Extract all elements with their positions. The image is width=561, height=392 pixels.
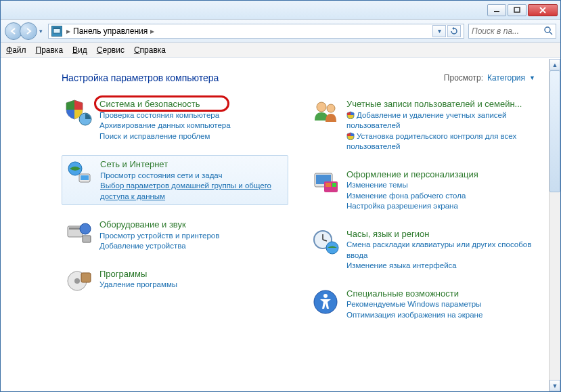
link-wallpaper[interactable]: Изменение фона рабочего стола [346, 191, 533, 202]
category-columns: Система и безопасность Проверка состояни… [62, 95, 535, 323]
menu-edit[interactable]: Правка [36, 45, 64, 55]
window: { "titlebar": { "minimize": "–", "maximi… [0, 0, 561, 392]
address-dropdown[interactable]: ▾ [432, 25, 446, 37]
menu-view[interactable]: Вид [72, 45, 87, 55]
search-placeholder: Поиск в па... [472, 26, 519, 36]
menu-file[interactable]: Файл [6, 45, 26, 55]
link-appearance[interactable]: Оформление и персонализация [346, 169, 478, 179]
svg-point-19 [317, 102, 326, 112]
link-recommended[interactable]: Рекомендуемые Windows параметры [346, 299, 533, 310]
refresh-button[interactable] [447, 25, 461, 37]
svg-rect-1 [514, 7, 520, 12]
link-parental[interactable]: Установка родительского контроля для все… [346, 131, 533, 152]
link-theme[interactable]: Изменение темы [346, 180, 533, 191]
svg-point-31 [323, 294, 328, 298]
chevron-down-icon: ▼ [529, 74, 535, 81]
link-uninstall[interactable]: Удаление программы [99, 280, 286, 290]
maximize-button[interactable] [508, 4, 526, 16]
link-add-device[interactable]: Добавление устройства [99, 241, 286, 252]
address-right-controls: ▾ [432, 25, 461, 37]
svg-point-14 [80, 223, 91, 234]
vertical-scrollbar[interactable]: ▲ ▼ [549, 59, 560, 391]
svg-rect-25 [332, 183, 336, 187]
view-value: Категория [487, 73, 525, 83]
link-display-lang[interactable]: Изменение языка интерфейса [346, 261, 533, 271]
accessibility-icon [311, 288, 340, 316]
menu-help[interactable]: Справка [134, 45, 166, 55]
link-programs[interactable]: Программы [99, 269, 147, 279]
right-column: Учетные записи пользователей и семейн...… [309, 95, 535, 323]
link-clock[interactable]: Часы, язык и регион [346, 229, 429, 239]
view-label: Просмотр: [444, 73, 483, 83]
breadcrumb-sep: ▸ [66, 26, 70, 36]
menu-bar: Файл Правка Вид Сервис Справка [1, 43, 560, 58]
svg-line-7 [549, 32, 552, 35]
content: Настройка параметров компьютера Просмотр… [1, 59, 549, 391]
search-icon [543, 26, 553, 37]
minimize-button[interactable] [487, 4, 506, 16]
menu-service[interactable]: Сервис [97, 45, 125, 55]
link-optimize-display[interactable]: Оптимизация изображения на экране [346, 310, 533, 321]
network-icon [65, 158, 93, 187]
svg-rect-15 [83, 236, 91, 242]
breadcrumb-root[interactable]: Панель управления [73, 26, 148, 36]
link-troubleshoot[interactable]: Поиск и исправление проблем [99, 131, 286, 142]
titlebar [1, 1, 560, 20]
link-keyboard-layout[interactable]: Смена раскладки клавиатуры или других сп… [346, 240, 533, 261]
category-programs: Программы Удаление программы [62, 265, 288, 299]
scroll-down-button[interactable]: ▼ [549, 380, 560, 391]
link-users[interactable]: Учетные записи пользователей и семейн... [346, 99, 522, 109]
category-appearance: Оформление и персонализация Изменение те… [309, 166, 535, 215]
link-network[interactable]: Сеть и Интернет [100, 159, 168, 169]
control-panel-icon [51, 26, 62, 37]
category-hardware: Оборудование и звук Просмотр устройств и… [62, 216, 288, 255]
svg-rect-11 [81, 175, 89, 180]
nav-buttons: ▾ [5, 22, 44, 40]
content-header: Настройка параметров компьютера Просмотр… [62, 72, 535, 83]
link-access[interactable]: Специальные возможности [346, 288, 459, 299]
nav-row: ▾ ▸ Панель управления ▸ ▾ Поиск в па... [1, 20, 560, 43]
system-security-icon [64, 98, 93, 127]
svg-rect-24 [326, 183, 331, 187]
address-bar[interactable]: ▸ Панель управления ▸ ▾ [48, 24, 464, 39]
link-hardware[interactable]: Оборудование и звук [99, 219, 186, 230]
search-input[interactable]: Поиск в па... [468, 24, 556, 39]
close-button[interactable] [528, 4, 558, 16]
link-resolution[interactable]: Настройка разрешения экрана [346, 201, 533, 212]
link-add-remove-accounts[interactable]: Добавление и удаление учетных записей по… [346, 110, 533, 131]
breadcrumb-sep[interactable]: ▸ [150, 26, 154, 36]
scroll-up-button[interactable]: ▲ [549, 59, 560, 70]
page-title: Настройка параметров компьютера [62, 72, 219, 83]
category-network: Сеть и Интернет Просмотр состояния сети … [62, 155, 288, 205]
nav-history-dropdown[interactable]: ▾ [37, 22, 44, 40]
content-wrapper: Настройка параметров компьютера Просмотр… [1, 59, 560, 391]
shield-icon [346, 111, 355, 119]
category-access: Специальные возможности Рекомендуемые Wi… [309, 285, 535, 324]
link-backup[interactable]: Архивирование данных компьютера [99, 121, 286, 131]
shield-icon [346, 132, 355, 140]
svg-rect-5 [53, 28, 60, 29]
hardware-icon [64, 219, 93, 247]
left-column: Система и безопасность Проверка состояни… [62, 95, 288, 323]
users-icon [311, 98, 340, 127]
svg-point-6 [545, 27, 550, 32]
clock-icon [311, 228, 340, 257]
category-system: Система и безопасность Проверка состояни… [62, 95, 288, 144]
appearance-icon [311, 169, 340, 197]
svg-point-17 [74, 278, 80, 284]
category-users: Учетные записи пользователей и семейн...… [309, 95, 535, 155]
link-homegroup[interactable]: Выбор параметров домашней группы и общег… [100, 181, 285, 202]
link-network-status[interactable]: Просмотр состояния сети и задач [100, 171, 285, 181]
programs-icon [64, 268, 93, 297]
link-devices-printers[interactable]: Просмотр устройств и принтеров [99, 231, 286, 242]
link-system-security[interactable]: Система и безопасность [99, 99, 200, 109]
forward-button[interactable] [20, 22, 37, 40]
svg-rect-18 [81, 273, 91, 282]
scroll-track[interactable] [549, 192, 560, 380]
view-selector[interactable]: Просмотр: Категория ▼ [444, 73, 535, 83]
scroll-thumb[interactable] [549, 70, 560, 192]
breadcrumb: ▸ Панель управления ▸ [66, 26, 154, 36]
svg-rect-13 [69, 227, 81, 230]
link-check-status[interactable]: Проверка состояния компьютера [99, 110, 286, 121]
category-clock: Часы, язык и регион Смена раскладки клав… [309, 225, 535, 274]
